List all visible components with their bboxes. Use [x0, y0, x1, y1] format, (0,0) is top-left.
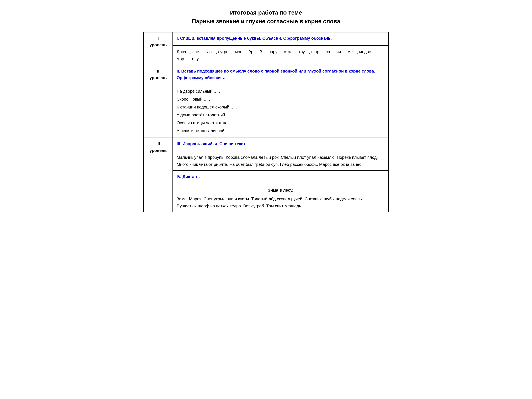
- level2-content: На дворе сильный … .Скоро Новый … .К ста…: [173, 85, 388, 138]
- level3-instruction4: IV. Диктант.: [173, 171, 388, 184]
- level3-dictation-row: Зима в лесу. Зима. Мороз. Снег укрыл пни…: [144, 184, 388, 212]
- main-table: I уровень I. Спиши, вставляя пропущенные…: [143, 32, 389, 212]
- list-item: Скоро Новый … .: [177, 95, 385, 103]
- level1-content: Дроз…, сне…, гла…, сугро…, мос…, ёр…, ё……: [173, 45, 388, 65]
- level2-label: II уровень: [144, 65, 173, 138]
- level1-content-row: Дроз…, сне…, гла…, сугро…, мос…, ёр…, ё……: [144, 45, 388, 65]
- level3-content3-row: Мальчик упал в прорупь. Корова сломала л…: [144, 151, 388, 171]
- level1-label: I уровень: [144, 32, 173, 65]
- level2-instruction: II. Вставь подходящее по смыслу слово с …: [173, 65, 388, 85]
- list-item: К станции подошёл скорый … .: [177, 103, 385, 111]
- level3-content3: Мальчик упал в прорупь. Корова сломала л…: [173, 151, 388, 171]
- level3-row: III уровень III. Исправь ошибки. Спиши т…: [144, 138, 388, 151]
- level3-label: III уровень: [144, 138, 173, 212]
- level2-row: II уровень II. Вставь подходящее по смыс…: [144, 65, 388, 85]
- list-item: У реки тянется заливной … .: [177, 127, 385, 134]
- level3-instruction3: III. Исправь ошибки. Спиши текст.: [173, 138, 388, 151]
- level3-dictation: Зима в лесу. Зима. Мороз. Снег укрыл пни…: [173, 184, 388, 212]
- dictation-title: Зима в лесу.: [177, 187, 385, 194]
- level2-lines: На дворе сильный … .Скоро Новый … .К ста…: [177, 88, 385, 134]
- page-title: Итоговая работа по теме Парные звонкие и…: [143, 8, 389, 26]
- level2-content-row: На дворе сильный … .Скоро Новый … .К ста…: [144, 85, 388, 138]
- level1-row: I уровень I. Спиши, вставляя пропущенные…: [144, 32, 388, 45]
- level3-instruction4-row: IV. Диктант.: [144, 171, 388, 184]
- list-item: На дворе сильный … .: [177, 88, 385, 95]
- list-item: Осенью птицы улетают на … .: [177, 119, 385, 126]
- list-item: У дома растёт столетний … .: [177, 111, 385, 119]
- dictation-text: Зима. Мороз. Снег укрыл пни и кусты. Тол…: [177, 195, 385, 209]
- level1-instruction: I. Спиши, вставляя пропущенные буквы. Об…: [173, 32, 388, 45]
